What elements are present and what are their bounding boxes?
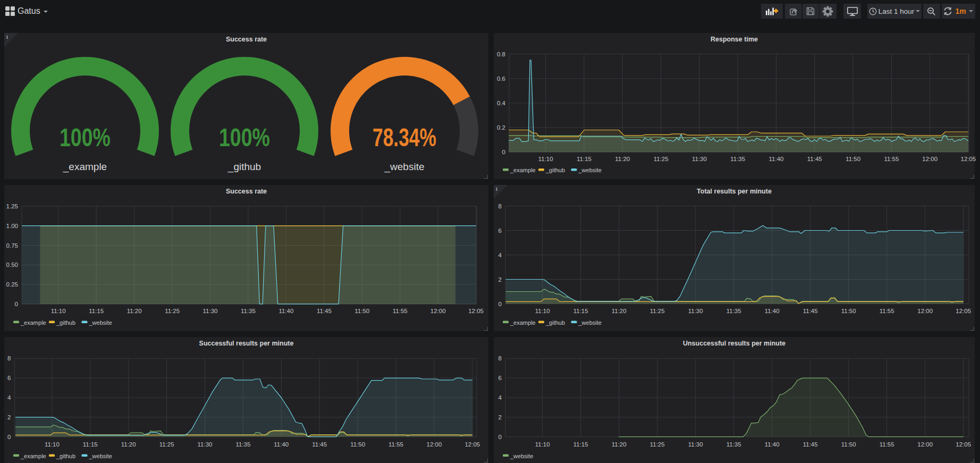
svg-text:2: 2 [499, 276, 502, 283]
svg-text:_website: _website [510, 453, 533, 459]
svg-text:0: 0 [499, 301, 502, 307]
svg-text:11:45: 11:45 [803, 308, 818, 314]
svg-text:11:20: 11:20 [127, 308, 142, 314]
svg-text:0: 0 [7, 434, 11, 440]
svg-text:11:35: 11:35 [241, 308, 256, 314]
svg-text:11:15: 11:15 [573, 441, 588, 448]
svg-text:11:50: 11:50 [841, 441, 856, 448]
svg-text:12:05: 12:05 [956, 308, 971, 314]
svg-text:12:05: 12:05 [464, 441, 480, 448]
svg-text:0.4: 0.4 [497, 100, 506, 106]
svg-text:11:30: 11:30 [692, 156, 707, 162]
svg-text:_website: _website [384, 161, 425, 173]
svg-text:11:25: 11:25 [654, 156, 669, 162]
svg-text:0.50: 0.50 [6, 262, 18, 268]
svg-text:11:55: 11:55 [388, 441, 403, 448]
svg-text:11:20: 11:20 [615, 156, 630, 162]
svg-text:11:15: 11:15 [89, 308, 104, 314]
svg-text:_example: _example [510, 167, 536, 173]
svg-text:2: 2 [499, 414, 502, 420]
svg-text:12:00: 12:00 [430, 308, 446, 314]
svg-text:11:25: 11:25 [159, 441, 174, 448]
svg-text:12:00: 12:00 [922, 156, 937, 162]
svg-text:_website: _website [89, 453, 112, 459]
svg-text:11:50: 11:50 [350, 441, 365, 448]
svg-text:11:15: 11:15 [83, 441, 98, 448]
svg-text:11:55: 11:55 [884, 156, 899, 162]
svg-text:11:15: 11:15 [573, 308, 588, 314]
svg-text:78.34%: 78.34% [373, 123, 436, 151]
svg-text:11:40: 11:40 [765, 441, 780, 448]
svg-text:11:10: 11:10 [538, 156, 553, 162]
svg-text:12:00: 12:00 [917, 441, 933, 448]
svg-text:11:35: 11:35 [726, 441, 741, 448]
svg-text:0.25: 0.25 [6, 281, 18, 288]
svg-text:12:00: 12:00 [917, 308, 933, 314]
svg-text:0: 0 [499, 434, 502, 440]
svg-text:11:50: 11:50 [846, 156, 860, 162]
svg-text:_github: _github [545, 167, 565, 173]
svg-text:_website: _website [578, 167, 602, 173]
svg-text:0: 0 [502, 149, 505, 155]
svg-text:11:30: 11:30 [198, 441, 213, 448]
svg-text:11:35: 11:35 [235, 441, 250, 448]
svg-text:11:40: 11:40 [274, 441, 289, 448]
svg-text:100%: 100% [219, 123, 270, 151]
svg-text:_example: _example [20, 319, 46, 326]
svg-text:11:20: 11:20 [121, 441, 136, 448]
svg-text:4: 4 [7, 394, 11, 401]
svg-text:11:35: 11:35 [726, 308, 741, 314]
svg-text:4: 4 [499, 394, 502, 401]
svg-text:0: 0 [15, 301, 18, 307]
svg-text:11:40: 11:40 [765, 308, 780, 314]
svg-text:11:10: 11:10 [535, 308, 550, 314]
svg-text:8: 8 [499, 203, 502, 209]
svg-text:11:15: 11:15 [577, 156, 592, 162]
svg-text:11:20: 11:20 [612, 441, 627, 448]
svg-text:11:45: 11:45 [803, 441, 818, 448]
svg-text:0.2: 0.2 [497, 124, 505, 131]
svg-text:11:30: 11:30 [688, 441, 703, 448]
svg-text:0.6: 0.6 [497, 75, 505, 82]
svg-text:1.25: 1.25 [6, 203, 18, 209]
svg-text:11:25: 11:25 [165, 308, 180, 314]
svg-text:11:45: 11:45 [807, 156, 822, 162]
svg-text:11:25: 11:25 [650, 441, 665, 448]
svg-text:8: 8 [499, 355, 502, 361]
svg-text:12:05: 12:05 [468, 308, 484, 314]
svg-text:11:55: 11:55 [880, 308, 894, 314]
svg-text:11:10: 11:10 [51, 308, 66, 314]
svg-text:11:10: 11:10 [535, 441, 550, 448]
svg-text:11:25: 11:25 [650, 308, 665, 314]
svg-text:12:05: 12:05 [956, 441, 971, 448]
svg-text:11:45: 11:45 [312, 441, 327, 448]
svg-text:11:10: 11:10 [45, 441, 60, 448]
svg-text:11:55: 11:55 [880, 441, 894, 448]
svg-text:4: 4 [499, 252, 502, 258]
svg-text:11:50: 11:50 [354, 308, 369, 314]
svg-text:_example: _example [510, 319, 536, 326]
svg-text:11:50: 11:50 [841, 308, 856, 314]
svg-text:_github: _github [56, 319, 75, 326]
svg-text:6: 6 [7, 375, 11, 381]
svg-text:_website: _website [89, 319, 112, 326]
svg-text:11:55: 11:55 [393, 308, 408, 314]
svg-text:11:45: 11:45 [317, 308, 332, 314]
svg-text:11:40: 11:40 [769, 156, 784, 162]
svg-text:_github: _github [56, 453, 75, 459]
svg-text:0.8: 0.8 [497, 51, 505, 57]
svg-text:0.75: 0.75 [6, 242, 18, 249]
svg-text:6: 6 [499, 228, 502, 234]
svg-text:2: 2 [7, 414, 11, 420]
svg-text:100%: 100% [60, 123, 111, 151]
svg-text:12:05: 12:05 [961, 156, 976, 162]
svg-text:11:40: 11:40 [278, 308, 293, 314]
svg-text:11:20: 11:20 [612, 308, 627, 314]
svg-text:_website: _website [578, 319, 602, 326]
svg-text:_example: _example [63, 161, 107, 173]
svg-text:6: 6 [499, 375, 502, 381]
svg-text:11:30: 11:30 [688, 308, 703, 314]
svg-text:11:30: 11:30 [203, 308, 218, 314]
svg-text:8: 8 [7, 355, 11, 361]
svg-text:12:00: 12:00 [427, 441, 442, 448]
